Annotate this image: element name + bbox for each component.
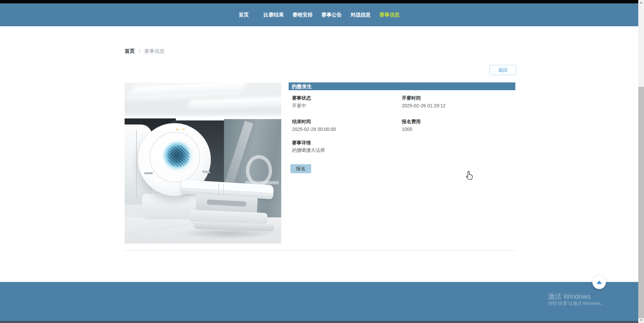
mri-scanner-photo [125, 83, 281, 244]
bottom-edge-strip [0, 321, 638, 323]
cursor-hand-icon [465, 171, 474, 181]
event-detail-card: 的撒发生 赛事状态 开赛中 开赛时间 2025-02-26 01:29:12 结… [125, 82, 515, 244]
event-detail-panel: 的撒发生 赛事状态 开赛中 开赛时间 2025-02-26 01:29:12 结… [289, 82, 515, 244]
event-end-value: 2025-02-28 00:00:00 [292, 127, 336, 132]
scrollbar-up-arrow-icon[interactable]: ▲ [638, 1, 644, 4]
breadcrumb: 首页 / 赛事信息 [125, 48, 165, 55]
vertical-scrollbar[interactable]: ▲ ▼ [638, 0, 644, 323]
nav-item-results[interactable]: 比赛结果 [259, 3, 288, 26]
nav-item-home[interactable]: 首页 [234, 3, 253, 26]
breadcrumb-current: 赛事信息 [144, 48, 165, 54]
chevron-up-icon [597, 281, 602, 284]
content-divider [125, 250, 515, 251]
event-status-value: 开赛中 [292, 103, 306, 109]
event-fee-value: 1000 [402, 127, 412, 132]
page-footer [0, 282, 638, 321]
event-fee-label: 报名费用 [402, 119, 421, 125]
event-title: 的撒发生 [289, 82, 515, 90]
scroll-to-top-button[interactable] [592, 276, 606, 289]
scrollbar-thumb[interactable] [638, 87, 644, 318]
scrollbar-down-arrow-icon[interactable]: ▼ [638, 319, 644, 322]
main-navbar: 首页 比赛结果 赛程安排 赛事公告 对战信息 赛事信息 [0, 3, 638, 26]
nav-menu: 首页 比赛结果 赛程安排 赛事公告 对战信息 赛事信息 [0, 3, 638, 26]
back-button[interactable]: 返回 [489, 65, 516, 75]
windows-activation-watermark-title: 激活 Windows [548, 292, 591, 301]
nav-item-schedule[interactable]: 赛程安排 [288, 3, 317, 26]
breadcrumb-home-link[interactable]: 首页 [125, 48, 135, 54]
nav-item-event-info[interactable]: 赛事信息 [375, 3, 404, 26]
event-start-value: 2025-02-26 01:29:12 [402, 103, 446, 108]
event-detail-label: 赛事详情 [292, 140, 311, 146]
event-end-label: 结束时间 [292, 119, 311, 125]
breadcrumb-separator: / [139, 48, 140, 54]
event-start-label: 开赛时间 [402, 95, 421, 101]
nav-item-battle-info[interactable]: 对战信息 [346, 3, 375, 26]
event-status-label: 赛事状态 [292, 95, 311, 101]
event-detail-value: 的撒噶撒大法师 [292, 147, 325, 153]
nav-item-announcements[interactable]: 赛事公告 [317, 3, 346, 26]
browser-top-strip [0, 0, 638, 3]
register-button[interactable]: 报名 [290, 164, 311, 173]
windows-activation-watermark-subtitle: 转到"设置"以激活 Windows。 [548, 300, 605, 307]
